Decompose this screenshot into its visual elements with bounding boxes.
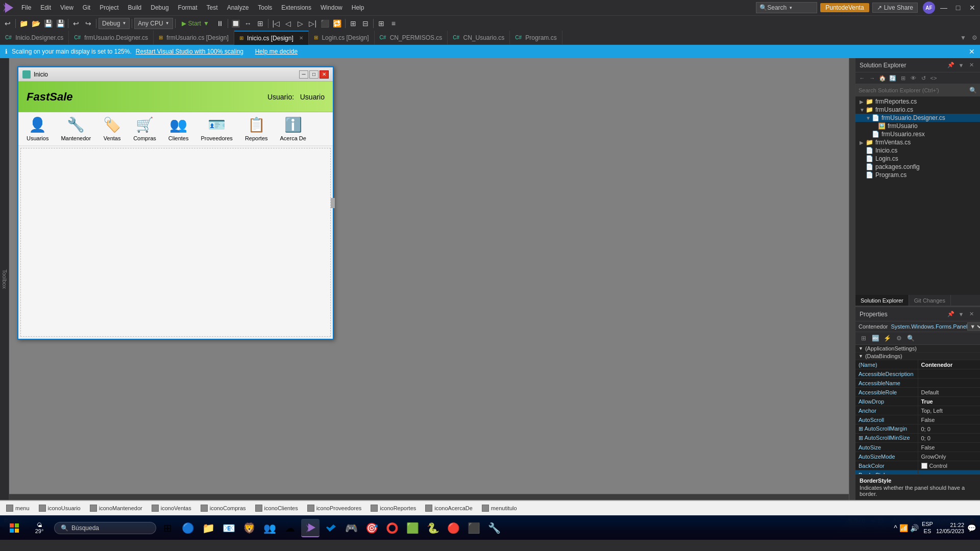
comp-iconoMantenedor[interactable]: iconoMantenedor (88, 504, 144, 513)
tab-cn-permisos[interactable]: C# CN_PERMISOS.cs (375, 31, 448, 45)
tray-network-icon[interactable]: 📶 (899, 524, 908, 532)
open-btn[interactable]: 📂 (30, 18, 41, 29)
tab-cn-usuario[interactable]: C# CN_Usuario.cs (448, 31, 510, 45)
menu-debug[interactable]: Debug (146, 2, 173, 13)
taskbar-app-nvidia[interactable]: 🟩 (403, 519, 422, 537)
menu-view[interactable]: View (56, 2, 78, 13)
comp-iconoClientes[interactable]: iconoClientes (253, 504, 300, 513)
toolbar-btn-3[interactable]: ⊞ (255, 18, 266, 29)
save-all-btn[interactable]: 💾 (55, 18, 66, 29)
se-home-btn[interactable]: 🏠 (878, 73, 887, 83)
menu-window[interactable]: Window (316, 2, 347, 13)
props-group-appsettings[interactable]: ▼ (ApplicationSettings) (855, 345, 980, 353)
vs-logo-icon[interactable] (2, 2, 14, 14)
close-button[interactable]: ✕ (967, 2, 978, 13)
se-back-btn[interactable]: ← (857, 73, 867, 83)
menu-compras[interactable]: 🛒 Compras (133, 116, 156, 141)
form-maximize-btn[interactable]: □ (309, 70, 318, 79)
tabs-dropdown-btn[interactable]: ▼ (958, 31, 969, 45)
notification-tray-icon[interactable]: 💬 (967, 524, 976, 532)
props-search-btn[interactable]: 🔍 (905, 333, 916, 343)
se-search-input[interactable] (859, 87, 969, 93)
menu-ventas[interactable]: 🏷️ Ventas (103, 116, 121, 141)
tab-frmusuario-design[interactable]: ⊞ frmUsuario.cs [Design] (154, 31, 234, 45)
comp-menu[interactable]: menu (4, 504, 32, 513)
taskbar-app-azure[interactable]: ☁ (281, 519, 299, 537)
se-item-packages[interactable]: 📄 packages.config (855, 163, 980, 171)
back-button[interactable]: ↩ (2, 18, 13, 29)
taskbar-clock[interactable]: 21:22 12/05/2023 (936, 522, 964, 534)
props-row-backcolor[interactable]: BackColor Control (855, 461, 980, 470)
menu-project[interactable]: Project (95, 2, 122, 13)
props-row-autoscroll[interactable]: AutoScroll False (855, 415, 980, 424)
comp-iconoVentas[interactable]: iconoVentas (150, 504, 193, 513)
taskbar-app-terminal[interactable]: ⬛ (464, 519, 483, 537)
new-project-btn[interactable]: 📁 (18, 18, 29, 29)
se-item-frmVentas[interactable]: ▶ 📁 frmVentas.cs (855, 138, 980, 146)
se-close-btn[interactable]: ✕ (967, 61, 976, 70)
comp-iconoReportes[interactable]: iconoReportes (369, 504, 418, 513)
toolbar-btn-2[interactable]: ↔ (242, 18, 254, 29)
se-tab-solution-explorer[interactable]: Solution Explorer (855, 295, 909, 306)
align-btn[interactable]: ⊟ (360, 18, 371, 29)
form-close-btn[interactable]: ✕ (320, 70, 329, 79)
se-search[interactable]: 🔍 (855, 84, 980, 96)
platform-dropdown[interactable]: Any CPU ▼ (134, 18, 173, 29)
props-close-btn[interactable]: ✕ (967, 310, 976, 319)
se-item-login[interactable]: 📄 Login.cs (855, 155, 980, 163)
toolbox-strip[interactable]: Toolbox (0, 58, 9, 500)
vertical-scrollbar[interactable] (849, 58, 855, 500)
menu-mantenedor[interactable]: 🔧 Mantenedor (61, 116, 91, 141)
se-show-all-btn[interactable]: 👁 (909, 73, 918, 83)
search-bar[interactable]: 🔍 Search ▼ (756, 2, 817, 13)
taskbar-app-vscode[interactable] (322, 519, 340, 537)
taskbar-app-mail[interactable]: 📧 (219, 519, 238, 537)
props-row-autoscrollminsize[interactable]: ⊞ AutoScrollMinSize 0; 0 (855, 434, 980, 443)
tab-program[interactable]: C# Program.cs (510, 31, 562, 45)
se-item-frmUsuarioResx[interactable]: 📄 frmUsuario.resx (855, 130, 980, 138)
toolbar-btn-8[interactable]: ⬛ (320, 18, 331, 29)
props-row-name[interactable]: (Name) Contenedor (855, 360, 980, 369)
toolbar-btn-5[interactable]: ◁ (283, 18, 294, 29)
taskbar-app-taskview[interactable]: ⊞ (158, 519, 177, 537)
se-pin-btn[interactable]: 📌 (946, 61, 955, 70)
se-item-frmUsuarioObj[interactable]: 🖼️ frmUsuario (855, 122, 980, 130)
grid-btn[interactable]: ⊞ (348, 18, 359, 29)
toolbar-btn-6[interactable]: ▷ (295, 18, 306, 29)
props-row-accessname[interactable]: AccessibleName (855, 379, 980, 388)
project-badge[interactable]: PuntodeVenta (820, 3, 869, 12)
user-avatar[interactable]: AF (923, 2, 935, 14)
taskbar-app-obs[interactable]: ⭕ (383, 519, 401, 537)
menu-tools[interactable]: Tools (254, 2, 276, 13)
comp-iconoCompras[interactable]: iconoCompras (199, 504, 248, 513)
menu-edit[interactable]: Edit (36, 2, 55, 13)
se-refresh-btn[interactable]: ↺ (919, 73, 928, 83)
tab-login-design[interactable]: ⊞ Login.cs [Design] (309, 31, 374, 45)
tray-volume-icon[interactable]: 🔊 (910, 524, 919, 532)
maximize-button[interactable]: □ (952, 2, 964, 13)
taskbar-app-vs[interactable] (301, 519, 320, 537)
menu-acerca-de[interactable]: ℹ️ Acerca De (280, 116, 306, 141)
props-group-databindings[interactable]: ▼ (DataBindings) (855, 353, 980, 360)
taskbar-app-extra[interactable]: 🔧 (485, 519, 503, 537)
se-item-frmUsuario[interactable]: ▼ 📁 frmUsuario.cs (855, 106, 980, 114)
tray-expand-icon[interactable]: ^ (894, 524, 897, 532)
props-events-btn[interactable]: ⚙ (894, 333, 904, 343)
se-sync-btn[interactable]: 🔄 (888, 73, 897, 83)
se-item-frmReportes[interactable]: ▶ 📁 frmReportes.cs (855, 97, 980, 106)
horizontal-scrollbar[interactable] (9, 494, 849, 500)
props-row-autosizemode[interactable]: AutoSizeMode GrowOnly (855, 452, 980, 461)
props-menu-btn[interactable]: ▼ (957, 310, 966, 319)
restart-action[interactable]: Restart Visual Studio with 100% scaling (136, 48, 243, 55)
taskbar-app-edge[interactable]: 🔵 (179, 519, 197, 537)
toolbar-btn-9[interactable]: 🔁 (332, 18, 343, 29)
tab-inicio-design[interactable]: ⊞ Inicio.cs [Design] ✕ (234, 31, 309, 45)
toolbar-btn-7[interactable]: ▷| (307, 18, 318, 29)
props-row-accessdesc[interactable]: AccessibleDescription (855, 369, 980, 379)
help-action[interactable]: Help me decide (255, 48, 298, 55)
taskbar-search-bar[interactable]: 🔍 Búsqueda (54, 522, 156, 534)
props-categorized-btn[interactable]: ⚡ (882, 333, 892, 343)
props-row-allowdrop[interactable]: AllowDrop True (855, 397, 980, 406)
toolbar-btn-1[interactable]: 🔲 (230, 18, 241, 29)
menu-help[interactable]: Help (348, 2, 369, 13)
